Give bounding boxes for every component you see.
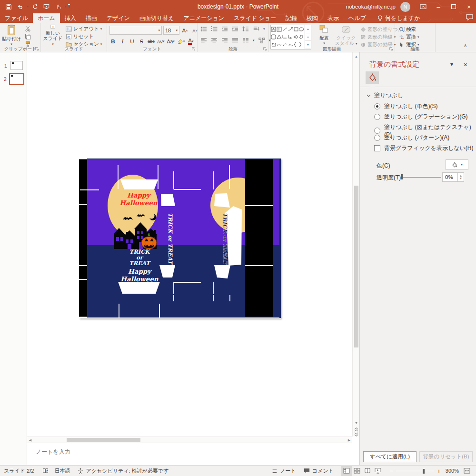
collapse-ribbon-icon[interactable]: ∧ (464, 43, 467, 48)
vertical-scrollbar[interactable]: ▲ ▼ (352, 52, 359, 436)
horizontal-scrollbar[interactable]: ◀ ▶ (27, 436, 352, 443)
italic-button[interactable]: I (119, 38, 126, 45)
fill-tab-button[interactable] (366, 71, 379, 84)
font-size-combo[interactable]: 18▾ (163, 26, 179, 35)
fill-section-header[interactable]: 塗りつぶし (367, 91, 403, 99)
avatar[interactable]: N (400, 2, 410, 12)
notes-placeholder[interactable]: ノートを入力 (36, 448, 70, 456)
tab-slideshow[interactable]: スライド ショー (229, 13, 281, 23)
undo-icon[interactable] (15, 2, 25, 11)
font-name-combo[interactable]: ▾ (109, 26, 162, 35)
slide-sorter-view-button[interactable] (352, 466, 362, 476)
radio-icon[interactable] (374, 135, 380, 141)
maximize-button[interactable] (446, 0, 461, 13)
next-slide-icon[interactable] (353, 431, 360, 437)
reset-button[interactable]: リセット (66, 33, 94, 40)
replace-button[interactable]: 置換▾ (399, 34, 419, 40)
radio-icon[interactable] (374, 128, 380, 134)
option-gradient-fill[interactable]: 塗りつぶし (グラデーション)(G) (374, 113, 467, 121)
find-button[interactable]: 検索 (399, 26, 416, 33)
color-picker-button[interactable]: ▾ (446, 159, 468, 170)
tab-review[interactable]: 校閲 (302, 13, 323, 23)
zoom-out-icon[interactable]: − (390, 467, 394, 475)
character-spacing-button[interactable]: AV▾ (157, 38, 164, 45)
redo-icon[interactable] (30, 2, 40, 11)
ribbon-display-options-icon[interactable] (416, 0, 430, 13)
slide-2-thumbnail[interactable] (9, 73, 24, 85)
shape-outline-button[interactable]: 図形の枠線▾ (360, 34, 396, 40)
option-pattern-fill[interactable]: 塗りつぶし (パターン)(A) (374, 134, 449, 142)
feedback-comment-icon[interactable] (466, 14, 473, 20)
text-direction-icon[interactable] (253, 26, 259, 32)
text-highlight-button[interactable]: ▾ (177, 38, 185, 45)
accessibility-status[interactable]: アクセシビリティ: 検討が必要です (78, 467, 169, 475)
transparency-slider-thumb[interactable] (401, 174, 403, 179)
tab-view[interactable]: 表示 (323, 13, 344, 23)
shapes-gallery-scroll[interactable]: ▴▾▼ (305, 25, 311, 49)
halloween-box-design[interactable]: Happy Halloween TRICK or TREAT Happy Hal… (79, 159, 281, 318)
reset-background-button[interactable]: 背景のリセット(B) (419, 451, 473, 462)
columns-icon[interactable] (242, 38, 249, 43)
scroll-down-icon[interactable]: ▼ (353, 420, 360, 426)
notes-pane[interactable]: ノートを入力 (27, 443, 352, 465)
arrange-button[interactable]: 配置 ▾ (314, 24, 334, 47)
new-slide-button[interactable]: 新しい スライド ▾ (42, 24, 63, 47)
tab-draw[interactable]: 描画 (81, 13, 102, 23)
zoom-slider[interactable] (396, 471, 434, 471)
save-icon[interactable] (4, 2, 13, 11)
cut-button[interactable] (25, 26, 31, 32)
justify-icon[interactable] (232, 38, 238, 43)
clipboard-dialog-launcher-icon[interactable] (35, 47, 40, 51)
checkbox-icon[interactable] (374, 145, 380, 151)
layout-button[interactable]: レイアウト▾ (66, 26, 102, 32)
slideshow-view-button[interactable] (373, 466, 383, 476)
pane-options-dropdown-icon[interactable]: ▾ (450, 61, 453, 68)
user-email[interactable]: nobeoka@nifty.ne.jp (346, 4, 396, 10)
paragraph-dialog-launcher-icon[interactable] (263, 47, 268, 51)
reading-view-button[interactable] (362, 466, 373, 476)
tab-home[interactable]: ホーム (33, 13, 60, 23)
zoom-in-icon[interactable]: + (437, 467, 441, 475)
spinner-icons[interactable]: ▲▼ (457, 173, 464, 181)
drawing-dialog-launcher-icon[interactable] (389, 47, 394, 51)
strikethrough-abc-button[interactable]: abc (148, 38, 155, 45)
vertical-scroll-thumb[interactable] (354, 186, 358, 347)
bold-button[interactable]: B (109, 38, 117, 45)
slide-1-thumbnail[interactable] (10, 61, 23, 70)
tab-help[interactable]: ヘルプ (344, 13, 371, 23)
transparency-value-box[interactable]: 0% ▲▼ (442, 172, 464, 182)
slide-indicator[interactable]: スライド 2/2 (4, 467, 34, 475)
smartart-icon[interactable] (258, 38, 265, 43)
notes-toggle[interactable]: ノート (272, 467, 296, 475)
quick-styles-button[interactable]: クイック スタイル ▾ (335, 24, 357, 47)
horizontal-scroll-thumb[interactable] (67, 438, 140, 442)
touch-mode-icon[interactable] (53, 2, 63, 11)
comments-toggle[interactable]: コメント (304, 467, 334, 475)
normal-view-button[interactable] (341, 466, 352, 476)
customize-qat-icon[interactable]: ▾ (68, 4, 70, 9)
option-solid-fill[interactable]: 塗りつぶし (単色)(S) (374, 102, 437, 110)
radio-icon[interactable] (374, 103, 380, 109)
grow-font-icon[interactable]: A˄ (181, 27, 188, 34)
zoom-level[interactable]: 300% (446, 468, 459, 474)
paste-button[interactable]: 貼り付け ▾ (1, 24, 22, 47)
underline-button[interactable]: U (129, 38, 136, 45)
numbering-icon[interactable] (211, 26, 218, 32)
change-case-button[interactable]: Aa▾ (167, 38, 174, 45)
copy-button[interactable] (25, 33, 31, 40)
transparency-slider[interactable] (402, 177, 441, 178)
font-color-button[interactable]: A▾ (187, 38, 194, 45)
decrease-indent-icon[interactable] (221, 26, 228, 32)
pane-close-icon[interactable]: × (464, 61, 467, 69)
strikethrough-button[interactable]: S (138, 38, 145, 45)
language-indicator[interactable]: 日本語 (54, 467, 70, 475)
spellcheck-icon[interactable] (42, 468, 49, 474)
font-dialog-launcher-icon[interactable] (191, 47, 196, 51)
fit-slide-to-window-icon[interactable] (462, 466, 472, 476)
tab-transitions[interactable]: 画面切り替え (135, 13, 179, 23)
option-hide-background[interactable]: 背景グラフィックを表示しない(H) (374, 144, 473, 152)
align-left-icon[interactable] (200, 38, 207, 43)
undo-dropdown-icon[interactable]: ▾ (27, 5, 29, 9)
increase-indent-icon[interactable] (232, 26, 238, 32)
align-right-icon[interactable] (221, 38, 228, 43)
